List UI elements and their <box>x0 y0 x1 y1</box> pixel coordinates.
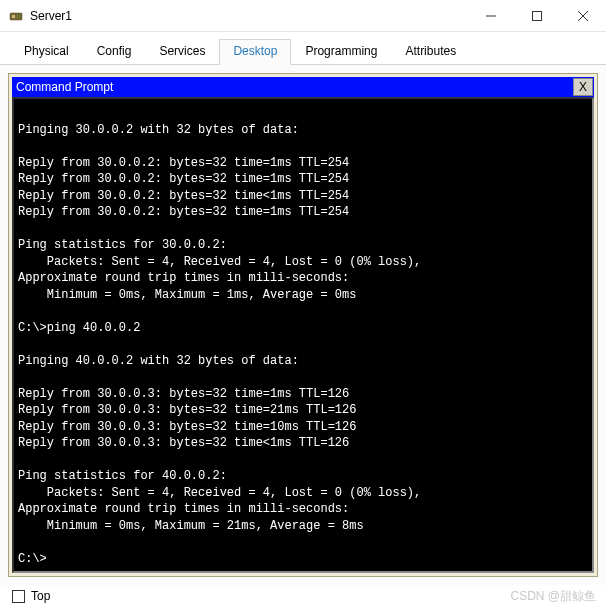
tab-programming[interactable]: Programming <box>291 39 391 65</box>
tab-services[interactable]: Services <box>145 39 219 65</box>
tab-bar: Physical Config Services Desktop Program… <box>0 32 606 65</box>
svg-rect-4 <box>533 11 542 20</box>
top-checkbox[interactable] <box>12 590 25 603</box>
command-prompt-window: Command Prompt X Pinging 30.0.0.2 with 3… <box>8 73 598 577</box>
command-prompt-output: Pinging 30.0.0.2 with 32 bytes of data: … <box>18 105 588 567</box>
tab-attributes[interactable]: Attributes <box>391 39 470 65</box>
app-icon <box>8 8 24 24</box>
command-prompt-body[interactable]: Pinging 30.0.0.2 with 32 bytes of data: … <box>12 97 594 573</box>
close-button[interactable] <box>560 0 606 32</box>
window-title: Server1 <box>30 9 72 23</box>
svg-rect-1 <box>12 15 15 18</box>
top-checkbox-label: Top <box>31 589 50 603</box>
window-controls <box>468 0 606 32</box>
svg-rect-0 <box>10 13 22 20</box>
watermark: CSDN @甜鲸鱼 <box>510 588 596 605</box>
tab-config[interactable]: Config <box>83 39 146 65</box>
tab-physical[interactable]: Physical <box>10 39 83 65</box>
maximize-button[interactable] <box>514 0 560 32</box>
tab-desktop[interactable]: Desktop <box>219 39 291 65</box>
minimize-button[interactable] <box>468 0 514 32</box>
svg-point-2 <box>18 15 20 17</box>
command-prompt-title: Command Prompt <box>16 80 113 94</box>
desktop-panel: Command Prompt X Pinging 30.0.0.2 with 3… <box>0 65 606 585</box>
command-prompt-close-button[interactable]: X <box>573 78 593 96</box>
command-prompt-titlebar: Command Prompt X <box>12 77 594 97</box>
window-titlebar: Server1 <box>0 0 606 32</box>
